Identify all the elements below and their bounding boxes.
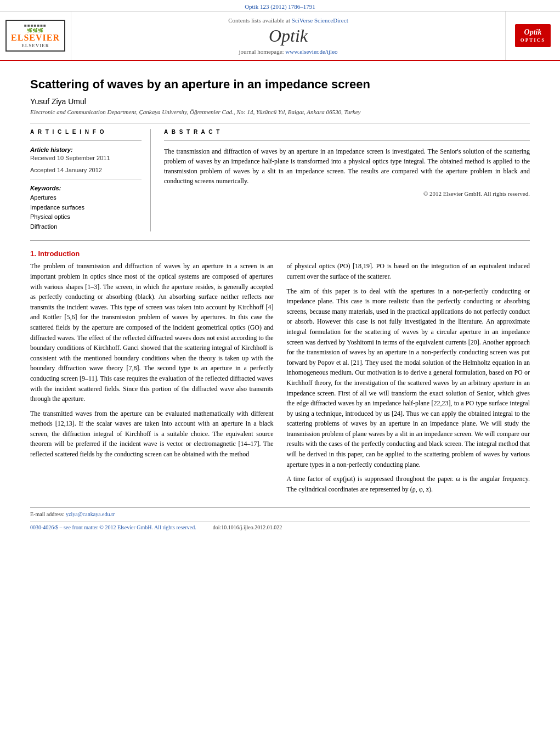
contents-text: Contents lists available at (228, 17, 290, 24)
footer-divider (30, 507, 530, 508)
doc-info-bar: Optik 123 (2012) 1786–1791 (0, 0, 560, 12)
elsevier-small: ■■■■■■■ (11, 23, 60, 28)
keyword-impedance: Impedance surfaces (30, 203, 142, 213)
optik-logo: Optik OPTICS (515, 24, 551, 47)
article-info-col: A R T I C L E I N F O Article history: R… (30, 129, 151, 231)
received-date: Received 10 September 2011 (30, 155, 142, 161)
divider-1 (30, 123, 530, 123)
copyright-line: © 2012 Elsevier GmbH. All rights reserve… (164, 190, 530, 197)
intro-para-3: of physical optics (PO) [18,19]. PO is b… (287, 261, 530, 281)
body-col-right: of physical optics (PO) [18,19]. PO is b… (287, 261, 530, 499)
elsevier-logo: ■■■■■■■ 🌿🌿🌿 ELSEVIER ELSEVIER (5, 20, 65, 52)
intro-para-4: The aim of this paper is to deal with th… (287, 286, 530, 470)
doi-footer: doi:10.1016/j.ijleo.2012.01.022 (213, 524, 282, 530)
intro-para-2: The transmitted waves from the aperture … (30, 409, 274, 460)
keywords-label: Keywords: (30, 185, 142, 191)
page: Optik 123 (2012) 1786–1791 ■■■■■■■ 🌿🌿🌿 E… (0, 0, 560, 741)
homepage-label: journal homepage: (239, 48, 284, 55)
elsevier-logo-area: ■■■■■■■ 🌿🌿🌿 ELSEVIER ELSEVIER (0, 12, 71, 60)
main-content: Scattering of waves by an aperture in an… (0, 61, 560, 541)
body-col-left: The problem of transmission and diffract… (30, 261, 274, 499)
info-abstract-row: A R T I C L E I N F O Article history: R… (30, 129, 530, 231)
issn-line: 0030-4026/$ – see front matter © 2012 El… (30, 524, 196, 530)
doi-text: Optik 123 (2012) 1786–1791 (245, 3, 315, 10)
affiliation: Electronic and Communication Department,… (30, 109, 530, 115)
article-info-label: A R T I C L E I N F O (30, 129, 142, 135)
intro-heading: 1. Introduction (30, 250, 530, 258)
homepage-url[interactable]: www.elsevier.de/ijleo (285, 48, 337, 55)
intro-para-5: A time factor of exp(jωt) is suppressed … (287, 474, 530, 494)
author-name: Yusuf Ziya Umul (30, 97, 530, 106)
optik-logo-text: Optik (524, 28, 542, 36)
divider-keywords (30, 179, 142, 179)
journal-homepage: journal homepage: www.elsevier.de/ijleo (239, 48, 337, 55)
keyword-diffraction: Diffraction (30, 222, 142, 232)
history-label: Article history: (30, 146, 142, 153)
email-label: E-mail address: (30, 511, 64, 517)
intro-para-1: The problem of transmission and diffract… (30, 261, 274, 404)
abstract-label: A B S T R A C T (164, 129, 530, 135)
keyword-apertures: Apertures (30, 193, 142, 203)
elsevier-sub: ELSEVIER (11, 43, 60, 48)
article-title: Scattering of waves by an aperture in an… (30, 77, 530, 92)
abstract-col: A B S T R A C T The transmission and dif… (164, 129, 530, 231)
journal-header: ■■■■■■■ 🌿🌿🌿 ELSEVIER ELSEVIER Contents l… (0, 12, 560, 61)
journal-info-center: Contents lists available at SciVerse Sci… (71, 12, 505, 60)
elsevier-tree: 🌿🌿🌿 (11, 28, 60, 33)
bottom-bar: 0030-4026/$ – see front matter © 2012 El… (30, 522, 530, 530)
accepted-date: Accepted 14 January 2012 (30, 167, 142, 173)
journal-title: Optik (269, 26, 308, 46)
body-two-col: The problem of transmission and diffract… (30, 261, 530, 499)
email-link[interactable]: yziya@cankaya.edu.tr (66, 511, 115, 517)
email-footnote: E-mail address: yziya@cankaya.edu.tr (30, 511, 530, 517)
abstract-text: The transmission and diffraction of wave… (164, 146, 530, 186)
optik-logo-area: Optik OPTICS (505, 12, 560, 60)
elsevier-frame: ■■■■■■■ 🌿🌿🌿 ELSEVIER ELSEVIER (5, 20, 65, 52)
divider-body (30, 240, 530, 241)
elsevier-brand: ELSEVIER (11, 33, 60, 43)
divider-abstract (164, 140, 530, 141)
sciverse-line: Contents lists available at SciVerse Sci… (228, 17, 348, 24)
keyword-physical-optics: Physical optics (30, 212, 142, 222)
divider-info (30, 140, 142, 141)
sciverse-link[interactable]: SciVerse ScienceDirect (292, 17, 348, 24)
optics-word: OPTICS (521, 37, 546, 44)
